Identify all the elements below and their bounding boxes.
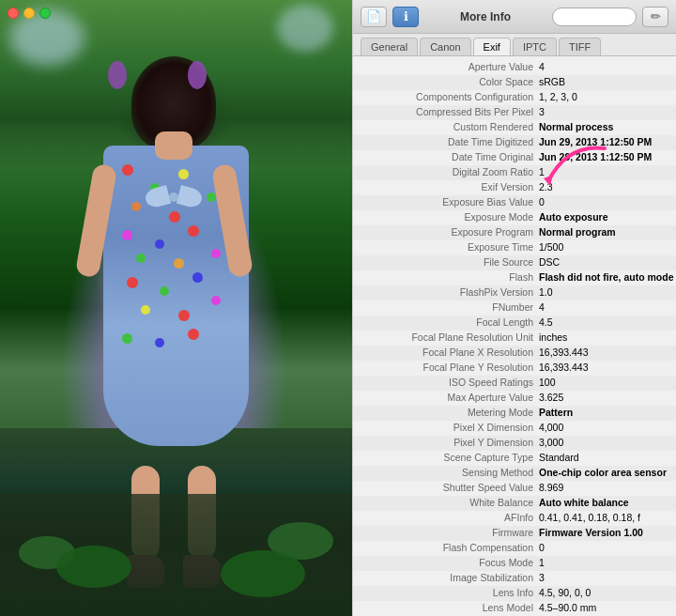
hair-ribbon-right [188, 61, 207, 89]
table-row: Aperture Value4 [353, 60, 676, 75]
row-value: Pattern [539, 407, 668, 418]
exif-data-area[interactable]: Aperture Value4Color SpacesRGBComponents… [353, 56, 676, 616]
table-row: Components Configuration1, 2, 3, 0 [353, 90, 676, 105]
row-value: 3,000 [539, 437, 668, 448]
row-label: Flash Compensation [361, 542, 539, 553]
dress-bow [146, 183, 202, 211]
maximize-button[interactable] [39, 8, 51, 19]
row-label: Exposure Mode [361, 211, 539, 223]
row-label: Shutter Speed Value [361, 482, 539, 493]
edit-button[interactable]: ✏ [642, 7, 668, 27]
row-value: Jun 29, 2013 1:12:50 PM [539, 136, 668, 147]
row-label: Focus Mode [361, 557, 539, 568]
edit-icon: ✏ [651, 9, 661, 23]
table-row: Focal Plane Y Resolution16,393.443 [353, 361, 676, 376]
row-label: AFInfo [361, 512, 539, 523]
table-row: Focus Mode1 [353, 556, 676, 571]
table-row: Scene Capture TypeStandard [353, 451, 676, 466]
file-icon: 📄 [366, 9, 381, 23]
row-label: Exposure Program [361, 226, 539, 238]
lily-pad-2 [56, 546, 131, 588]
tab-tiff[interactable]: TIFF [559, 38, 601, 55]
table-row: Custom RenderedNormal process [353, 120, 676, 135]
row-value: DSC [539, 256, 668, 268]
tab-general[interactable]: General [361, 38, 418, 55]
tab-canon[interactable]: Canon [420, 38, 470, 55]
info-panel: 📄 ℹ More Info ✏ General Canon Exif IPTC … [352, 0, 676, 616]
row-label: Max Aperture Value [361, 392, 539, 403]
toolbar: 📄 ℹ More Info ✏ [353, 0, 676, 34]
row-label: Pixel Y Dimension [361, 437, 539, 448]
table-row: Lens Model4.5–90.0 mm [353, 601, 676, 616]
table-row: Pixel X Dimension4,000 [353, 421, 676, 436]
row-label: FlashPix Version [361, 286, 539, 298]
row-value: sRGB [539, 76, 668, 87]
row-value: 3 [539, 106, 668, 117]
tab-exif[interactable]: Exif [473, 38, 511, 55]
row-value: 0.41, 0.41, 0.18, 0.18, f [539, 512, 668, 523]
search-input[interactable] [552, 8, 637, 26]
row-label: Focal Plane Y Resolution [361, 362, 539, 373]
row-label: Pixel X Dimension [361, 422, 539, 433]
row-value: Auto white balance [539, 497, 668, 508]
row-value: Standard [539, 452, 668, 463]
table-row: ISO Speed Ratings100 [353, 376, 676, 391]
row-label: Exposure Time [361, 241, 539, 253]
table-row: FNumber4 [353, 300, 676, 316]
table-row: File SourceDSC [353, 255, 676, 270]
row-value: 1.0 [539, 286, 668, 298]
row-label: Focal Plane X Resolution [361, 346, 539, 358]
minimize-button[interactable] [23, 8, 35, 19]
table-row: White BalanceAuto white balance [353, 496, 676, 511]
row-value: inches [539, 331, 668, 343]
table-row: Date Time OriginalJun 29, 2013 1:12:50 P… [353, 150, 676, 165]
row-value: 1/500 [539, 241, 668, 253]
tab-iptc[interactable]: IPTC [513, 38, 557, 55]
row-label: Focal Length [361, 316, 539, 328]
row-label: Sensing Method [361, 467, 539, 478]
child-neck [155, 131, 192, 160]
tab-bar: General Canon Exif IPTC TIFF [353, 34, 676, 56]
info-button[interactable]: ℹ [392, 7, 419, 27]
row-value: 1 [539, 557, 668, 568]
row-label: Exif Version [361, 181, 539, 192]
table-row: Exif Version2.3 [353, 180, 676, 195]
row-value: Auto exposure [539, 211, 668, 223]
row-value: 0 [539, 196, 668, 208]
row-label: File Source [361, 256, 539, 268]
table-row: Image Stabilization3 [353, 571, 676, 586]
table-row: Lens Info4.5, 90, 0, 0 [353, 586, 676, 601]
row-label: Date Time Digitized [361, 136, 539, 147]
row-label: Aperture Value [361, 61, 539, 72]
table-row: Compressed Bits Per Pixel3 [353, 105, 676, 120]
row-label: Components Configuration [361, 91, 539, 102]
row-value: One-chip color area sensor [539, 467, 668, 478]
table-row: Exposure Time1/500 [353, 240, 676, 255]
window-title: More Info [424, 10, 546, 23]
row-value: Flash did not fire, auto mode [539, 271, 674, 283]
close-button[interactable] [8, 8, 19, 19]
row-label: Image Stabilization [361, 572, 539, 583]
row-value: 3 [539, 572, 668, 583]
table-row: Exposure ModeAuto exposure [353, 210, 676, 225]
table-row: Flash Compensation0 [353, 541, 676, 556]
table-row: Digital Zoom Ratio1 [353, 165, 676, 180]
row-value: Normal process [539, 121, 668, 132]
row-value: 0 [539, 542, 668, 553]
row-label: Flash [361, 271, 539, 283]
file-button[interactable]: 📄 [361, 7, 387, 27]
row-label: Exposure Bias Value [361, 196, 539, 208]
row-value: Normal program [539, 226, 668, 238]
row-value: 16,393.443 [539, 346, 668, 358]
row-value: Jun 29, 2013 1:12:50 PM [539, 151, 668, 162]
photo-image [0, 0, 352, 616]
row-label: ISO Speed Ratings [361, 377, 539, 388]
table-row: Focal Length4.5 [353, 316, 676, 331]
row-value: 4.5–90.0 mm [539, 602, 668, 613]
row-value: 2.3 [539, 181, 668, 192]
row-value: 1, 2, 3, 0 [539, 91, 668, 102]
table-row: FirmwareFirmware Version 1.00 [353, 526, 676, 541]
window-chrome [8, 8, 51, 19]
row-value: 4,000 [539, 422, 668, 433]
row-label: Metering Mode [361, 407, 539, 418]
